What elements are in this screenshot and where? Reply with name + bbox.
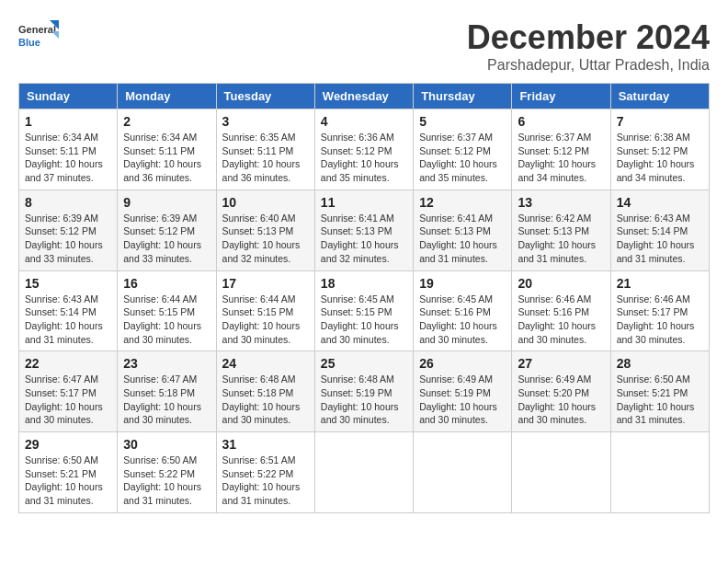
header-day: Monday — [118, 84, 216, 109]
calendar-day-cell: 10 Sunrise: 6:40 AM Sunset: 5:13 PM Dayl… — [216, 190, 314, 270]
day-number: 19 — [419, 276, 506, 291]
sunset-text: Sunset: 5:14 PM — [617, 225, 688, 236]
day-info: Sunrise: 6:34 AM Sunset: 5:11 PM Dayligh… — [25, 131, 111, 185]
calendar-day-cell: 13 Sunrise: 6:42 AM Sunset: 5:13 PM Dayl… — [512, 190, 610, 270]
calendar-week-row: 1 Sunrise: 6:34 AM Sunset: 5:11 PM Dayli… — [19, 109, 710, 190]
header-row: SundayMondayTuesdayWednesdayThursdayFrid… — [19, 84, 710, 109]
sunset-text: Sunset: 5:18 PM — [123, 387, 195, 398]
sunset-text: Sunset: 5:13 PM — [321, 225, 392, 236]
calendar-day-cell — [512, 432, 610, 513]
calendar-day-cell: 19 Sunrise: 6:45 AM Sunset: 5:16 PM Dayl… — [414, 270, 512, 351]
day-number: 24 — [222, 356, 309, 371]
day-number: 16 — [123, 276, 210, 291]
calendar-day-cell — [414, 432, 512, 513]
day-info: Sunrise: 6:49 AM Sunset: 5:19 PM Dayligh… — [419, 373, 506, 427]
calendar-day-cell: 29 Sunrise: 6:50 AM Sunset: 5:21 PM Dayl… — [19, 432, 118, 513]
sunset-text: Sunset: 5:11 PM — [123, 145, 195, 156]
daylight-text: Daylight: 10 hours and 31 minutes. — [617, 239, 695, 264]
sunset-text: Sunset: 5:12 PM — [123, 225, 195, 236]
sunset-text: Sunset: 5:15 PM — [321, 306, 392, 317]
main-title: December 2024 — [467, 18, 710, 57]
sunset-text: Sunset: 5:12 PM — [617, 145, 688, 156]
day-number: 20 — [518, 276, 604, 291]
day-info: Sunrise: 6:47 AM Sunset: 5:18 PM Dayligh… — [123, 373, 210, 427]
sunset-text: Sunset: 5:22 PM — [222, 468, 294, 479]
sunrise-text: Sunrise: 6:46 AM — [518, 293, 591, 304]
day-number: 14 — [617, 195, 703, 210]
calendar-day-cell: 20 Sunrise: 6:46 AM Sunset: 5:16 PM Dayl… — [512, 270, 610, 351]
calendar-day-cell: 4 Sunrise: 6:36 AM Sunset: 5:12 PM Dayli… — [314, 109, 413, 190]
sunset-text: Sunset: 5:12 PM — [25, 225, 97, 236]
day-info: Sunrise: 6:35 AM Sunset: 5:11 PM Dayligh… — [222, 131, 309, 185]
subtitle: Parshadepur, Uttar Pradesh, India — [467, 57, 710, 74]
day-info: Sunrise: 6:37 AM Sunset: 5:12 PM Dayligh… — [419, 131, 506, 185]
day-number: 27 — [518, 356, 604, 371]
day-number: 7 — [617, 114, 703, 129]
sunrise-text: Sunrise: 6:36 AM — [321, 132, 394, 143]
sunset-text: Sunset: 5:17 PM — [25, 387, 97, 398]
sunrise-text: Sunrise: 6:34 AM — [25, 132, 98, 143]
sunset-text: Sunset: 5:17 PM — [617, 306, 688, 317]
sunrise-text: Sunrise: 6:47 AM — [123, 373, 197, 385]
sunrise-text: Sunrise: 6:51 AM — [222, 454, 296, 465]
calendar-day-cell: 12 Sunrise: 6:41 AM Sunset: 5:13 PM Dayl… — [414, 190, 512, 270]
sunrise-text: Sunrise: 6:45 AM — [419, 293, 493, 304]
sunset-text: Sunset: 5:14 PM — [25, 306, 97, 317]
daylight-text: Daylight: 10 hours and 36 minutes. — [123, 158, 201, 183]
header: General Blue December 2024 Parshadepur, … — [18, 18, 710, 74]
sunrise-text: Sunrise: 6:45 AM — [321, 293, 394, 304]
day-number: 15 — [25, 276, 111, 291]
sunrise-text: Sunrise: 6:47 AM — [25, 373, 98, 385]
daylight-text: Daylight: 10 hours and 32 minutes. — [321, 239, 399, 264]
sunrise-text: Sunrise: 6:38 AM — [617, 132, 690, 143]
day-number: 1 — [25, 114, 111, 129]
sunset-text: Sunset: 5:13 PM — [419, 225, 491, 236]
day-info: Sunrise: 6:50 AM Sunset: 5:22 PM Dayligh… — [123, 454, 210, 508]
sunrise-text: Sunrise: 6:49 AM — [518, 373, 591, 385]
calendar-day-cell — [314, 432, 413, 513]
day-info: Sunrise: 6:45 AM Sunset: 5:16 PM Dayligh… — [419, 293, 506, 347]
day-info: Sunrise: 6:50 AM Sunset: 5:21 PM Dayligh… — [25, 454, 111, 508]
sunrise-text: Sunrise: 6:50 AM — [123, 454, 197, 465]
sunrise-text: Sunrise: 6:42 AM — [518, 213, 591, 224]
daylight-text: Daylight: 10 hours and 30 minutes. — [222, 401, 301, 426]
calendar-day-cell: 7 Sunrise: 6:38 AM Sunset: 5:12 PM Dayli… — [610, 109, 709, 190]
day-number: 12 — [419, 195, 506, 210]
daylight-text: Daylight: 10 hours and 30 minutes. — [123, 320, 201, 345]
calendar-day-cell: 16 Sunrise: 6:44 AM Sunset: 5:15 PM Dayl… — [118, 270, 216, 351]
day-number: 11 — [321, 195, 407, 210]
daylight-text: Daylight: 10 hours and 35 minutes. — [419, 158, 497, 183]
daylight-text: Daylight: 10 hours and 30 minutes. — [321, 401, 399, 426]
day-number: 31 — [222, 437, 309, 452]
day-number: 6 — [518, 114, 604, 129]
calendar-week-row: 8 Sunrise: 6:39 AM Sunset: 5:12 PM Dayli… — [19, 190, 710, 270]
daylight-text: Daylight: 10 hours and 31 minutes. — [419, 239, 497, 264]
sunset-text: Sunset: 5:11 PM — [25, 145, 97, 156]
sunrise-text: Sunrise: 6:39 AM — [123, 213, 197, 224]
sunset-text: Sunset: 5:11 PM — [222, 145, 294, 156]
svg-marker-3 — [51, 31, 59, 39]
title-block: December 2024 Parshadepur, Uttar Pradesh… — [467, 18, 710, 74]
header-day: Sunday — [19, 84, 118, 109]
calendar-day-cell: 1 Sunrise: 6:34 AM Sunset: 5:11 PM Dayli… — [19, 109, 118, 190]
sunrise-text: Sunrise: 6:34 AM — [123, 132, 197, 143]
daylight-text: Daylight: 10 hours and 32 minutes. — [222, 239, 301, 264]
daylight-text: Daylight: 10 hours and 35 minutes. — [321, 158, 399, 183]
day-info: Sunrise: 6:41 AM Sunset: 5:13 PM Dayligh… — [321, 212, 407, 266]
header-day: Thursday — [414, 84, 512, 109]
daylight-text: Daylight: 10 hours and 30 minutes. — [518, 401, 596, 426]
page-container: General Blue December 2024 Parshadepur, … — [18, 18, 710, 513]
sunrise-text: Sunrise: 6:44 AM — [222, 293, 296, 304]
day-info: Sunrise: 6:41 AM Sunset: 5:13 PM Dayligh… — [419, 212, 506, 266]
day-number: 3 — [222, 114, 309, 129]
daylight-text: Daylight: 10 hours and 33 minutes. — [25, 239, 103, 264]
sunrise-text: Sunrise: 6:35 AM — [222, 132, 296, 143]
calendar-day-cell: 6 Sunrise: 6:37 AM Sunset: 5:12 PM Dayli… — [512, 109, 610, 190]
calendar-day-cell: 17 Sunrise: 6:44 AM Sunset: 5:15 PM Dayl… — [216, 270, 314, 351]
day-number: 29 — [25, 437, 111, 452]
calendar-day-cell: 3 Sunrise: 6:35 AM Sunset: 5:11 PM Dayli… — [216, 109, 314, 190]
sunset-text: Sunset: 5:12 PM — [518, 145, 589, 156]
daylight-text: Daylight: 10 hours and 30 minutes. — [321, 320, 399, 345]
day-number: 9 — [123, 195, 210, 210]
sunrise-text: Sunrise: 6:40 AM — [222, 213, 296, 224]
